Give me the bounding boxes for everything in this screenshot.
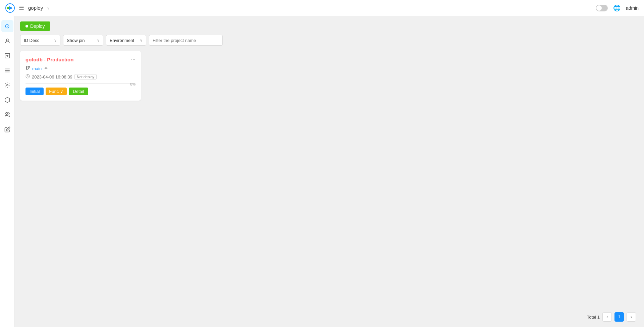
sidebar-item-deploy[interactable] bbox=[1, 50, 13, 62]
project-title[interactable]: gotodb - Production bbox=[25, 57, 73, 62]
sidebar-item-package[interactable] bbox=[1, 94, 13, 106]
sidebar: ⊙ bbox=[0, 16, 15, 327]
detail-button[interactable]: Detail bbox=[69, 88, 88, 95]
svg-point-3 bbox=[6, 39, 8, 41]
card-actions: Initial Func ∨ Detail bbox=[25, 88, 136, 95]
deploy-dot bbox=[25, 25, 28, 28]
env-select-label: Environment bbox=[110, 38, 134, 43]
func-button-label: Func bbox=[49, 89, 59, 94]
next-page-button[interactable]: › bbox=[627, 312, 636, 322]
sidebar-item-dashboard[interactable]: ⊙ bbox=[1, 20, 13, 32]
sort-select-label: ID Desc bbox=[24, 38, 39, 43]
commit-icon bbox=[44, 66, 48, 71]
username-label: admin bbox=[626, 5, 639, 11]
func-chevron-icon: ∨ bbox=[60, 89, 63, 94]
sidebar-item-edit[interactable] bbox=[1, 123, 13, 135]
pin-chevron-icon: ∨ bbox=[97, 38, 100, 43]
pagination: Total 1 ‹ 1 › bbox=[587, 312, 636, 322]
timestamp: 2023-04-06 16:08:39 bbox=[32, 74, 72, 79]
hamburger-icon[interactable]: ☰ bbox=[19, 4, 24, 12]
theme-toggle[interactable] bbox=[596, 5, 608, 11]
total-label: Total 1 bbox=[587, 315, 600, 320]
current-page-button[interactable]: 1 bbox=[614, 312, 624, 322]
app-name: goploy bbox=[28, 5, 43, 11]
header-left: ☰ goploy ∨ bbox=[5, 3, 50, 13]
chevron-down-icon: ∨ bbox=[47, 6, 50, 10]
sidebar-item-user[interactable] bbox=[1, 35, 13, 47]
svg-point-11 bbox=[5, 112, 7, 114]
pin-select[interactable]: Show pin ∨ bbox=[63, 35, 103, 46]
svg-point-10 bbox=[6, 85, 8, 86]
sidebar-item-settings[interactable] bbox=[1, 79, 13, 91]
sort-chevron-icon: ∨ bbox=[54, 38, 57, 43]
sidebar-item-people[interactable] bbox=[1, 109, 13, 121]
svg-point-16 bbox=[45, 67, 47, 69]
progress-text: 0% bbox=[130, 82, 136, 86]
progress-bar-container: 0% bbox=[25, 83, 136, 84]
action-bar: Deploy bbox=[20, 21, 639, 31]
clock-icon bbox=[25, 74, 30, 79]
func-button[interactable]: Func ∨ bbox=[46, 88, 67, 95]
search-input[interactable] bbox=[149, 35, 223, 46]
env-select[interactable]: Environment ∨ bbox=[106, 35, 146, 46]
branch-name[interactable]: main bbox=[32, 66, 42, 71]
more-options-icon[interactable]: ··· bbox=[131, 56, 136, 62]
svg-point-12 bbox=[8, 113, 9, 114]
status-badge: Not deploy bbox=[74, 74, 97, 79]
prev-page-button[interactable]: ‹ bbox=[602, 312, 612, 322]
svg-point-2 bbox=[7, 7, 9, 9]
branch-icon bbox=[25, 66, 30, 71]
time-row: 2023-04-06 16:08:39 Not deploy bbox=[25, 74, 136, 79]
deploy-button-label: Deploy bbox=[30, 23, 45, 29]
initial-button[interactable]: Initial bbox=[25, 88, 44, 95]
language-icon[interactable]: 🌐 bbox=[613, 4, 621, 12]
project-card: gotodb - Production ··· main 2023-04-06 … bbox=[20, 51, 141, 101]
header-right: 🌐 admin bbox=[596, 4, 639, 12]
sort-select[interactable]: ID Desc ∨ bbox=[20, 35, 60, 46]
main-content: Deploy ID Desc ∨ Show pin ∨ Environment … bbox=[15, 16, 644, 327]
card-header: gotodb - Production ··· bbox=[25, 56, 136, 62]
logo-icon bbox=[5, 3, 15, 13]
pin-select-label: Show pin bbox=[67, 38, 85, 43]
sidebar-item-list[interactable] bbox=[1, 64, 13, 76]
svg-point-13 bbox=[26, 69, 28, 70]
top-header: ☰ goploy ∨ 🌐 admin bbox=[0, 0, 644, 16]
svg-point-15 bbox=[29, 66, 30, 68]
filter-bar: ID Desc ∨ Show pin ∨ Environment ∨ bbox=[20, 35, 639, 46]
svg-point-14 bbox=[26, 66, 28, 68]
deploy-button[interactable]: Deploy bbox=[20, 21, 50, 31]
env-chevron-icon: ∨ bbox=[140, 38, 143, 43]
branch-row: main bbox=[25, 66, 136, 71]
svg-marker-1 bbox=[9, 6, 13, 10]
